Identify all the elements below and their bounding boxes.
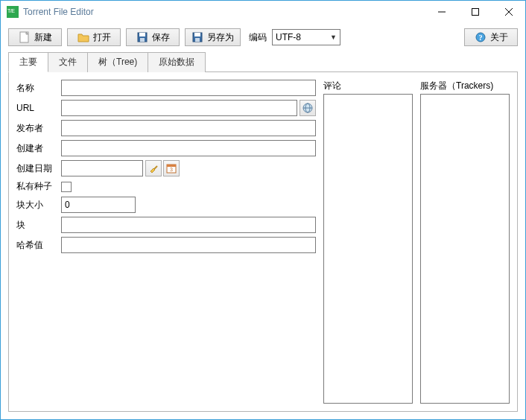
encoding-label: 编码 <box>249 31 267 44</box>
encoding-value: UTF-8 <box>276 32 301 42</box>
minimize-icon <box>438 8 446 16</box>
tab-content: 名称 URL 发布者 创建者 创建日期 <box>8 72 518 412</box>
app-icon <box>7 6 19 18</box>
open-label: 打开 <box>93 31 111 44</box>
private-checkbox[interactable] <box>61 182 72 192</box>
maximize-button[interactable] <box>458 1 492 23</box>
chevron-down-icon: ▼ <box>330 34 337 41</box>
maximize-icon <box>472 8 479 16</box>
tab-raw[interactable]: 原始数据 <box>148 52 206 72</box>
trackers-pane: 服务器（Trackers) <box>420 80 510 404</box>
open-button[interactable]: 打开 <box>67 28 121 46</box>
tab-main[interactable]: 主要 <box>8 52 48 72</box>
private-label: 私有种子 <box>16 180 61 193</box>
main-form: 名称 URL 发布者 创建者 创建日期 <box>16 80 316 404</box>
about-button[interactable]: ? 关于 <box>464 28 518 46</box>
tab-bar: 主要 文件 树（Tree) 原始数据 <box>8 51 518 72</box>
pieces-label: 块 <box>16 219 61 232</box>
trackers-label: 服务器（Trackers) <box>420 80 510 92</box>
publisher-input[interactable] <box>61 120 316 136</box>
hash-label: 哈希值 <box>16 239 61 252</box>
creator-input[interactable] <box>61 140 316 156</box>
svg-rect-11 <box>195 38 200 42</box>
window: Torrent File Editor 新建 打开 <box>0 0 526 420</box>
save-button[interactable]: 保存 <box>126 28 180 46</box>
titlebar: Torrent File Editor <box>1 1 525 23</box>
private-row: 私有种子 <box>16 180 316 193</box>
save-label: 保存 <box>152 31 170 44</box>
close-icon <box>505 8 513 16</box>
new-button[interactable]: 新建 <box>8 28 62 46</box>
window-controls <box>425 1 525 23</box>
svg-line-17 <box>154 166 157 169</box>
svg-rect-8 <box>140 38 145 42</box>
clear-date-button[interactable] <box>145 160 162 176</box>
saveas-icon <box>191 31 203 43</box>
tab-files[interactable]: 文件 <box>48 52 88 72</box>
created-row: 创建日期 3 <box>16 160 316 176</box>
pick-date-button[interactable]: 3 <box>163 160 180 176</box>
publisher-label: 发布者 <box>16 122 61 135</box>
saveas-button[interactable]: 另存为 <box>185 28 241 46</box>
minimize-button[interactable] <box>425 1 458 23</box>
comments-textarea[interactable] <box>323 94 413 404</box>
publisher-row: 发布者 <box>16 120 316 136</box>
url-browse-button[interactable] <box>300 100 316 116</box>
close-button[interactable] <box>492 1 525 23</box>
help-icon: ? <box>475 31 487 43</box>
comments-pane: 评论 <box>323 80 413 404</box>
piece-size-row: 块大小 0 <box>16 197 316 213</box>
svg-rect-1 <box>472 9 478 16</box>
svg-text:?: ? <box>478 34 482 42</box>
hash-row: 哈希值 <box>16 237 316 253</box>
saveas-label: 另存为 <box>207 31 234 44</box>
brush-icon <box>148 163 159 174</box>
toolbar: 新建 打开 保存 另存为 编码 UTF-8 ▼ ? <box>1 23 525 51</box>
name-label: 名称 <box>16 82 61 95</box>
svg-rect-7 <box>139 33 145 36</box>
save-icon <box>136 31 148 43</box>
pieces-input[interactable] <box>61 217 316 233</box>
piece-size-input[interactable]: 0 <box>61 197 136 213</box>
name-row: 名称 <box>16 80 316 96</box>
calendar-icon: 3 <box>166 163 177 174</box>
tab-tree[interactable]: 树（Tree) <box>87 52 148 72</box>
svg-rect-10 <box>194 33 200 36</box>
name-input[interactable] <box>61 80 316 96</box>
url-row: URL <box>16 100 316 116</box>
creator-row: 创建者 <box>16 140 316 156</box>
url-input[interactable] <box>61 100 297 116</box>
created-input[interactable] <box>61 160 143 176</box>
hash-input[interactable] <box>61 237 316 253</box>
pieces-row: 块 <box>16 217 316 233</box>
new-label: 新建 <box>34 31 52 44</box>
window-title: Torrent File Editor <box>23 7 94 17</box>
folder-icon <box>77 31 89 43</box>
comments-label: 评论 <box>323 80 413 92</box>
svg-text:3: 3 <box>170 167 173 172</box>
about-label: 关于 <box>490 31 508 44</box>
file-icon <box>19 31 31 43</box>
url-label: URL <box>16 103 61 113</box>
created-label: 创建日期 <box>16 162 61 175</box>
encoding-select[interactable]: UTF-8 ▼ <box>272 29 340 45</box>
piece-size-label: 块大小 <box>16 199 61 211</box>
trackers-textarea[interactable] <box>420 94 510 404</box>
globe-icon <box>302 103 313 113</box>
creator-label: 创建者 <box>16 142 61 155</box>
